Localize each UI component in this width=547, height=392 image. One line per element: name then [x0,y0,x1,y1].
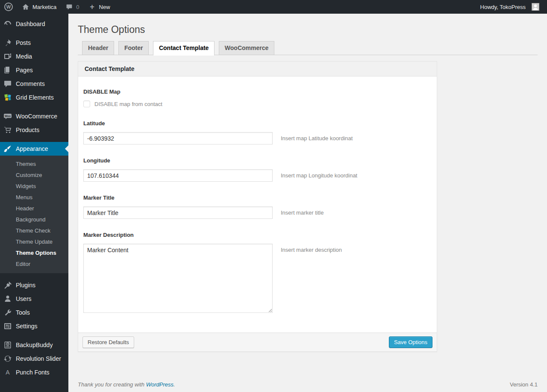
sidebar-item-posts[interactable]: Posts [0,36,68,50]
disable-map-field: DISABLE Map DISABLE map from contact [83,88,432,107]
latitude-input[interactable] [83,132,273,144]
marker-title-field: Marker Title Insert marker title [83,195,432,219]
cart-icon [3,126,12,134]
longitude-label: Longitude [83,157,432,164]
disable-map-checkbox-label[interactable]: DISABLE map from contact [94,101,162,107]
panel-body: DISABLE Map DISABLE map from contact Lat… [78,77,437,333]
sidebar-item-settings[interactable]: Settings [0,319,68,333]
save-options-button[interactable]: Save Options [389,336,432,348]
sidebar-item-appearance[interactable]: Appearance [0,142,68,156]
sidebar-item-plugins[interactable]: Plugins [0,278,68,292]
longitude-help-text: Insert map Longitude koordinat [281,169,357,179]
thanks-suffix: . [174,381,175,388]
thanks-prefix: Thank you for creating with [78,381,146,388]
plug-icon [3,281,12,289]
footer-thanks: Thank you for creating with WordPress. [78,381,175,388]
sidebar-item-backupbuddy[interactable]: BackupBuddy [0,338,68,352]
contact-template-panel: Contact Template DISABLE Map DISABLE map… [78,61,437,352]
my-account-menu[interactable]: Howdy, TokoPress [476,0,544,14]
punch-fonts-icon: A [3,368,12,377]
sidebar-item-label: Pages [16,67,33,74]
grid-elements-icon [3,93,12,102]
sidebar-item-label: Grid Elements [16,94,54,101]
latitude-field: Latitude Insert map Latitude koordinat [83,120,432,144]
disable-map-label: DISABLE Map [83,88,432,95]
marker-title-input[interactable] [83,206,273,219]
marker-description-label: Marker Description [83,232,432,238]
sidebar-item-label: Revolution Slider [16,355,61,362]
menu-separator [0,31,68,36]
sidebar-item-label: Appearance [16,145,48,152]
backupbuddy-icon [3,341,12,349]
paintbrush-icon [3,144,12,153]
submenu-item-customize[interactable]: Customize [0,170,68,181]
sidebar-item-label: Dashboard [16,21,45,27]
latitude-help-text: Insert map Latitude koordinat [281,132,353,141]
restore-defaults-button[interactable]: Restore Defaults [82,336,134,348]
settings-icon [3,322,12,330]
main-content: Theme Options Header Footer Contact Temp… [68,14,547,392]
sidebar-item-media[interactable]: Media [0,50,68,63]
sidebar-item-comments[interactable]: Comments [0,77,68,91]
sidebar-item-label: Plugins [16,282,35,289]
marker-title-label: Marker Title [83,195,432,201]
submenu-item-menus[interactable]: Menus [0,192,68,203]
home-icon [21,3,30,11]
appearance-submenu: Themes Customize Widgets Menus Header Ba… [0,156,68,273]
sidebar-item-dashboard[interactable]: Dashboard [0,17,68,31]
sidebar-item-label: Users [16,295,32,302]
sidebar-item-grid-elements[interactable]: Grid Elements [0,91,68,104]
sidebar-item-products[interactable]: Products [0,123,68,137]
wordpress-menu[interactable]: W [0,0,17,14]
sidebar-item-users[interactable]: Users [0,292,68,306]
comments-icon [3,80,12,88]
wrench-icon [3,308,12,317]
longitude-input[interactable] [83,169,273,182]
tab-woocommerce[interactable]: WooCommerce [219,41,274,55]
sidebar-item-woocommerce[interactable]: Woo WooCommerce [0,109,68,123]
sidebar-item-tools[interactable]: Tools [0,306,68,319]
submenu-item-themes[interactable]: Themes [0,159,68,170]
tab-footer[interactable]: Footer [118,41,149,55]
submenu-item-theme-check[interactable]: Theme Check [0,225,68,236]
sidebar-item-label: BackupBuddy [16,342,53,348]
sidebar-item-revolution-slider[interactable]: Revolution Slider [0,352,68,365]
user-icon [3,295,12,303]
wordpress-logo-icon: W [4,3,13,11]
submenu-item-editor[interactable]: Editor [0,259,68,270]
sidebar-item-label: Punch Fonts [16,369,50,376]
submenu-item-widgets[interactable]: Widgets [0,181,68,192]
submenu-item-theme-update[interactable]: Theme Update [0,236,68,248]
new-label: New [99,4,110,10]
sidebar-item-pages[interactable]: Pages [0,63,68,77]
marker-description-textarea[interactable]: Marker Content [83,244,273,313]
version-text: Version 4.1 [510,381,538,388]
sidebar-item-punch-fonts[interactable]: A Punch Fonts [0,365,68,379]
page-title: Theme Options [78,22,538,41]
panel-title: Contact Template [78,62,437,77]
new-content-menu[interactable]: + New [84,0,115,14]
tab-header[interactable]: Header [82,41,114,55]
woocommerce-icon: Woo [3,112,12,121]
tab-contact-template[interactable]: Contact Template [153,41,215,56]
marker-title-help-text: Insert marker title [281,206,323,216]
marker-description-field: Marker Description Marker Content Insert… [83,232,432,313]
submenu-item-header[interactable]: Header [0,203,68,214]
woo-glyph: Woo [5,115,11,118]
media-icon [3,52,12,61]
sidebar-item-label: Media [16,53,32,60]
marker-description-help-text: Insert marker description [281,244,342,253]
submenu-item-theme-options[interactable]: Theme Options [0,248,68,259]
site-link[interactable]: Marketica [17,0,61,14]
site-name: Marketica [32,4,56,10]
plus-icon: + [88,3,97,11]
sidebar-item-label: WooCommerce [16,113,57,120]
disable-map-checkbox[interactable] [83,100,90,107]
submenu-item-background[interactable]: Background [0,214,68,225]
comment-count: 0 [76,4,79,10]
menu-separator [0,104,68,109]
wordpress-link[interactable]: WordPress [146,381,174,388]
sidebar-item-label: Settings [16,323,38,330]
comments-bubble[interactable]: 0 [61,0,83,14]
sidebar-item-label: Products [16,127,39,133]
